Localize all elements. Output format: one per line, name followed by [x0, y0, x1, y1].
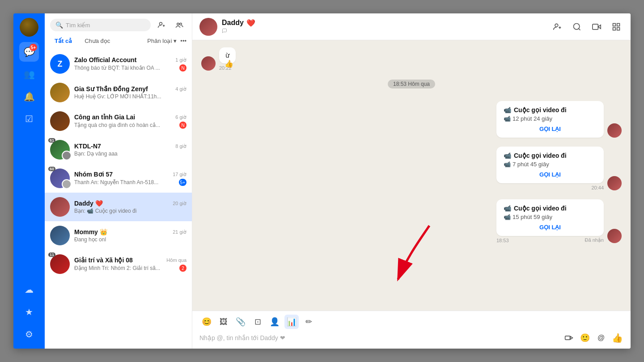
- svg-rect-14: [613, 27, 616, 30]
- conv-preview: Bạn: 📹 Cuộc gọi video đi: [74, 208, 186, 214]
- search-icon: 🔍: [55, 21, 63, 29]
- input-row: 🙂 @ 👍: [199, 332, 623, 344]
- video-call-btn[interactable]: [589, 20, 604, 34]
- mention-btn[interactable]: @: [595, 332, 607, 344]
- screenshot-icon: ⊡: [254, 317, 261, 327]
- thumbsup-btn[interactable]: 👍: [611, 332, 623, 344]
- contact-btn[interactable]: 👤: [267, 315, 282, 329]
- conv-preview: Tặng quà cho gia đình có hoàn cả... N: [74, 122, 186, 129]
- svg-point-3: [177, 23, 179, 25]
- attach-icon: 📎: [236, 317, 246, 327]
- conv-avatar-nhom: 60: [50, 168, 70, 188]
- conversation-panel: 🔍 Tất cả Chưa đọc Phân loại ▾ •••: [45, 13, 192, 349]
- add-member-btn[interactable]: [550, 20, 564, 34]
- conv-avatar-giaitri: 11: [50, 254, 70, 274]
- sticker-btn[interactable]: 😊: [199, 315, 214, 329]
- msg-bubble: ừ 👍: [219, 47, 236, 63]
- call-duration: 📹 7 phút 45 giây: [504, 161, 597, 168]
- attach-btn[interactable]: 📎: [233, 315, 248, 329]
- draw-btn[interactable]: ✏: [301, 315, 316, 329]
- filter-classify[interactable]: Phân loại ▾ •••: [147, 38, 186, 44]
- user-avatar[interactable]: [20, 18, 38, 37]
- call-back-btn[interactable]: GỌI LẠI: [504, 224, 597, 231]
- conv-item-gia-su[interactable]: Gia Sư Thần Đồng Zenyf 4 giờ Huệ Huệ Gv:…: [45, 78, 192, 107]
- call-bubble: 📹 Cuộc gọi video đi 📹 12 phút 24 giây GỌ…: [496, 101, 604, 138]
- nav-tasks-icon[interactable]: ☑: [19, 109, 39, 129]
- conv-preview: Đặng Minh Tri: Nhóm 2: Giải trí sã... 2: [74, 265, 186, 272]
- chat-header-avatar: [199, 18, 217, 36]
- filter-all[interactable]: Tất cả: [50, 36, 76, 46]
- conv-time: 1 giờ: [175, 57, 186, 63]
- nav-contacts-icon[interactable]: 👥: [19, 64, 39, 84]
- image-icon: 🖼: [220, 317, 228, 327]
- thumbsup-icon: 👍: [612, 333, 623, 343]
- conv-item-nhom-boi[interactable]: 60 Nhóm Bơi 57 17 giờ Thanh An: Nguyễn T…: [45, 164, 192, 193]
- filter-bar: Tất cả Chưa đọc Phân loại ▾ •••: [45, 36, 192, 50]
- conv-preview: Bạn: Dạ vâng aaa: [74, 151, 186, 157]
- chat-header-sub: [222, 28, 255, 35]
- unread-badge: N: [179, 122, 186, 129]
- conv-name: Nhóm Bơi 57: [74, 171, 113, 178]
- msg-time: 18:53: [496, 238, 509, 243]
- nav-favorites-icon[interactable]: ★: [19, 302, 39, 322]
- conv-avatar-sub-ktdl: [62, 151, 72, 160]
- nav-cloud-icon[interactable]: ☁: [19, 280, 39, 299]
- info-panel-btn[interactable]: [609, 20, 623, 34]
- conv-avatar-daddy: [50, 197, 70, 217]
- conv-item-daddy[interactable]: Daddy ❤️ 20 giờ Bạn: 📹 Cuộc gọi video đi: [45, 193, 192, 221]
- call-bubble: 📹 Cuộc gọi video đi 📹 7 phút 45 giây GỌI…: [496, 147, 604, 183]
- heart-icon: ❤️: [95, 200, 103, 207]
- search-input[interactable]: [66, 22, 145, 29]
- chat-messages[interactable]: ừ 👍 20:22 18:53 Hôm qua 📹 Cuộc gọi: [192, 40, 631, 311]
- svg-marker-10: [598, 25, 601, 28]
- call-title: 📹 Cuộc gọi video đi: [504, 106, 597, 114]
- unread-badge: N: [179, 64, 186, 72]
- nav-chat-icon[interactable]: 💬 5+: [19, 42, 39, 62]
- conv-time: 20 giờ: [173, 201, 186, 206]
- call-bubble: 📹 Cuộc gọi video đi 📹 15 phút 59 giây GỌ…: [496, 199, 604, 236]
- emoji-icon: 🙂: [580, 333, 590, 343]
- msg-my-avatar: [607, 176, 622, 190]
- sticker-icon: 😊: [202, 317, 212, 327]
- timestamp-divider: 18:53 Hôm qua: [201, 80, 622, 88]
- conv-time: 17 giờ: [173, 172, 186, 177]
- member-count: 11: [48, 253, 55, 257]
- conv-item-cong-an[interactable]: Công an tỉnh Gia Lai 6 giờ Tặng quà cho …: [45, 107, 192, 135]
- toolbar-btn-active[interactable]: 📊: [284, 315, 299, 329]
- filter-unread[interactable]: Chưa đọc: [80, 36, 114, 46]
- message-item-call3: 📹 Cuộc gọi video đi 📹 15 phút 59 giây GỌ…: [201, 199, 622, 243]
- chart-icon: 📊: [287, 317, 297, 327]
- conv-name: Công an tỉnh Gia Lai: [74, 114, 135, 121]
- conv-name: Zalo Official Account: [74, 56, 137, 63]
- search-chat-btn[interactable]: [570, 20, 584, 34]
- call-back-btn[interactable]: GỌI LẠI: [504, 126, 597, 132]
- screenshot-btn[interactable]: ⊡: [250, 315, 265, 329]
- conv-name: Mommy 👑: [74, 228, 107, 236]
- msg-content: 📹 Cuộc gọi video đi 📹 15 phút 59 giây GỌ…: [496, 199, 604, 243]
- search-input-wrap[interactable]: 🔍: [50, 19, 151, 31]
- tag-btn[interactable]: [563, 332, 575, 344]
- conv-item-mommy[interactable]: Mommy 👑 21 giờ Đang học onl: [45, 221, 192, 250]
- conv-item-ktdl[interactable]: 61 KTDL-N7 8 giờ Bạn: Dạ vâng aaa: [45, 135, 192, 164]
- conv-item-giaitri[interactable]: 11 Giải trí và Xã hội 08 Hôm qua Đặng Mi…: [45, 250, 192, 278]
- conv-name: Giải trí và Xã hội 08: [74, 257, 133, 264]
- add-friend-icon[interactable]: [154, 18, 169, 32]
- call-back-btn[interactable]: GỌI LẠI: [504, 171, 597, 178]
- chat-contact-name: Daddy ❤️: [222, 19, 255, 27]
- msg-content: ừ 👍 20:22: [219, 47, 236, 71]
- conv-avatar-gia-su: [50, 83, 70, 102]
- chat-header: Daddy ❤️: [192, 13, 631, 40]
- nav-notifications-icon[interactable]: 🔔: [19, 87, 39, 106]
- nav-settings-icon[interactable]: ⚙: [19, 324, 39, 344]
- call-title: 📹 Cuộc gọi video đi: [504, 152, 597, 159]
- image-btn[interactable]: 🖼: [216, 315, 231, 329]
- chat-input[interactable]: [199, 334, 559, 341]
- conv-item-zalo-official[interactable]: Z Zalo Official Account 1 giờ Thông báo …: [45, 50, 192, 78]
- chat-main: Daddy ❤️: [192, 13, 631, 349]
- emoji-btn[interactable]: 🙂: [579, 332, 591, 344]
- create-group-icon[interactable]: [172, 18, 186, 32]
- svg-point-4: [180, 23, 182, 25]
- message-item: ừ 👍 20:22: [201, 47, 622, 71]
- call-title: 📹 Cuộc gọi video đi: [504, 205, 597, 212]
- conv-info-daddy: Daddy ❤️ 20 giờ Bạn: 📹 Cuộc gọi video đi: [74, 200, 186, 214]
